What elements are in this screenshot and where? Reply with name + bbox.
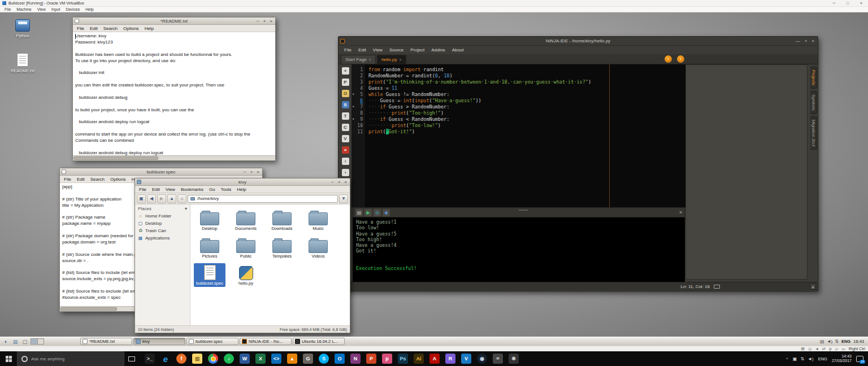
file-item-documents[interactable]: Documents (230, 208, 262, 232)
close-console-button[interactable]: × (679, 210, 682, 215)
maximize-button[interactable]: + (805, 38, 808, 43)
web-preview-tab-button[interactable]: ◎ (374, 209, 381, 216)
menu-item-help[interactable]: Help (83, 7, 96, 12)
vlc-icon[interactable]: ▲ (287, 354, 297, 364)
command-prompt-icon[interactable]: >_ (145, 354, 155, 364)
collapse-arrow-icon[interactable]: ▾ (185, 206, 187, 211)
network-tray-icon[interactable]: ⇅ (835, 339, 839, 344)
hdd-status-icon[interactable]: ▤ (801, 347, 805, 351)
powerpoint-icon[interactable]: P (366, 354, 376, 364)
taskbar-window-readme-txt[interactable]: *README.txt (80, 338, 132, 345)
projects-panel[interactable] (685, 64, 808, 280)
back-button[interactable]: ◀ (147, 194, 156, 203)
menu-item-search[interactable]: Search (101, 25, 120, 32)
minimize-button[interactable]: ─ (827, 0, 841, 6)
menu-item-devices[interactable]: Devices (63, 7, 83, 12)
close-tab-icon[interactable]: × (399, 58, 401, 62)
menu-item-machine[interactable]: Machine (14, 7, 34, 12)
file-item-downloads[interactable]: Downloads (266, 208, 298, 232)
new-project-icon[interactable]: P (342, 79, 349, 86)
keyboard-layout-indicator[interactable]: ENG (841, 339, 850, 344)
display-status-icon[interactable]: ▭ (841, 347, 845, 351)
minimize-button[interactable]: − (244, 168, 246, 176)
steam-icon[interactable]: ◉ (477, 354, 487, 364)
scrollbar-thumb[interactable] (60, 307, 117, 311)
file-item-public[interactable]: Public (230, 236, 262, 260)
virtualbox-tray-icon[interactable]: ▣ (793, 356, 797, 361)
close-tab-icon[interactable]: × (369, 58, 371, 62)
minimize-button[interactable]: — (796, 38, 800, 43)
up-button[interactable]: ▲ (167, 194, 176, 203)
edge-icon[interactable]: e (160, 354, 171, 364)
desktop-icon-python[interactable]: Python (7, 19, 38, 38)
forward-button[interactable]: ▶ (157, 194, 166, 203)
new-tab-button[interactable]: ▣ (137, 194, 146, 203)
close-button[interactable]: × (854, 0, 868, 6)
menu-item-project[interactable]: Project (407, 47, 428, 53)
outlook-icon[interactable]: O (335, 354, 345, 364)
network-status-icon[interactable]: ⇄ (822, 347, 826, 351)
menu-item-view[interactable]: View (370, 47, 386, 53)
file-item-music[interactable]: Music (302, 208, 334, 232)
volume-tray-icon[interactable]: ◄) (808, 356, 814, 361)
file-item-videos[interactable]: Videos (302, 236, 334, 260)
file-item-templates[interactable]: Templates (266, 236, 298, 260)
illustrator-icon[interactable]: Ai (414, 354, 424, 364)
virtualbox-icon[interactable]: V (461, 354, 471, 364)
volume-tray-icon[interactable]: ◄) (827, 339, 833, 344)
paste-icon[interactable]: V (342, 135, 349, 142)
menu-item-edit[interactable]: Edit (149, 186, 163, 193)
save-icon[interactable]: S (342, 101, 349, 108)
menu-item-options[interactable]: Options (120, 25, 142, 32)
show-desktop-icon[interactable]: ▢ (21, 338, 29, 345)
menu-item-edit[interactable]: Edit (355, 47, 370, 53)
code-editor[interactable]: 1from·random·import·randint2RandomNumber… (351, 64, 685, 207)
errors-tab-button[interactable]: ◆ (383, 209, 390, 216)
new-file-icon[interactable]: + (342, 67, 349, 75)
maximize-button[interactable]: + (263, 18, 266, 25)
word-icon[interactable]: W (240, 354, 250, 364)
place-item-desktop[interactable]: ▢Desktop (135, 220, 190, 227)
workspace-pager[interactable] (31, 338, 44, 345)
optical-disc-status-icon[interactable]: ◎ (808, 347, 811, 351)
chrome-icon[interactable] (208, 354, 218, 364)
start-menu-icon[interactable]: ◗ (2, 338, 10, 345)
place-item-applications[interactable]: ▦Applications (135, 234, 190, 242)
clock[interactable]: 16:43 (853, 339, 864, 344)
network-tray-icon[interactable]: ⇅ (800, 356, 804, 361)
menu-item-edit[interactable]: Edit (74, 176, 88, 183)
file-item-buildozer-spec[interactable]: buildozer.spec (194, 263, 225, 287)
side-tab-migration-2to3[interactable]: Migration 2to3 (810, 116, 817, 150)
minimize-button[interactable]: − (257, 18, 259, 25)
audio-status-icon[interactable]: ◄ (815, 347, 819, 351)
tab-start-page[interactable]: Start Page× (341, 55, 376, 64)
taskbar-window-buildozer-spec[interactable]: buildozer.spec (186, 338, 238, 345)
action-center-icon[interactable]: 24 (856, 356, 863, 362)
splitter-grip[interactable] (519, 210, 528, 211)
menu-item-addins[interactable]: Addins (428, 47, 448, 53)
spotify-icon[interactable]: ♪ (224, 354, 234, 364)
minimize-button[interactable]: − (331, 178, 334, 186)
path-bar[interactable]: /home/kivy (188, 195, 338, 203)
language-indicator[interactable]: ENG (818, 356, 827, 361)
onenote-icon[interactable]: N (350, 354, 361, 364)
menu-item-view[interactable]: View (163, 186, 178, 193)
menu-item-bookmarks[interactable]: Bookmarks (178, 186, 206, 193)
acrobat-icon[interactable]: A (429, 354, 440, 364)
maximize-button[interactable]: □ (841, 0, 854, 6)
tray-chevron-icon[interactable]: ^ (786, 356, 788, 361)
vscode-icon[interactable]: <> (271, 354, 281, 364)
undo-icon[interactable]: ‹ (342, 158, 349, 165)
scrollbar-thumb[interactable] (73, 156, 158, 160)
excel-icon[interactable]: X (255, 354, 266, 364)
menu-item-file[interactable]: File (341, 47, 355, 53)
side-tab-symbols[interactable]: Symbols (810, 91, 817, 114)
scroll-corner-button[interactable]: ▾ (810, 284, 816, 290)
menu-item-source[interactable]: Source (386, 47, 407, 53)
settings-icon[interactable]: ✱ (509, 354, 519, 364)
winrar-icon[interactable]: R (445, 354, 455, 364)
open-file-icon[interactable]: O (342, 90, 349, 97)
redo-icon[interactable]: › (342, 169, 349, 176)
file-manager-launcher-icon[interactable]: ▤ (11, 338, 19, 345)
taskbar-window-ninja-ide-ho[interactable]: NINJA-IDE - /ho... (240, 338, 292, 345)
